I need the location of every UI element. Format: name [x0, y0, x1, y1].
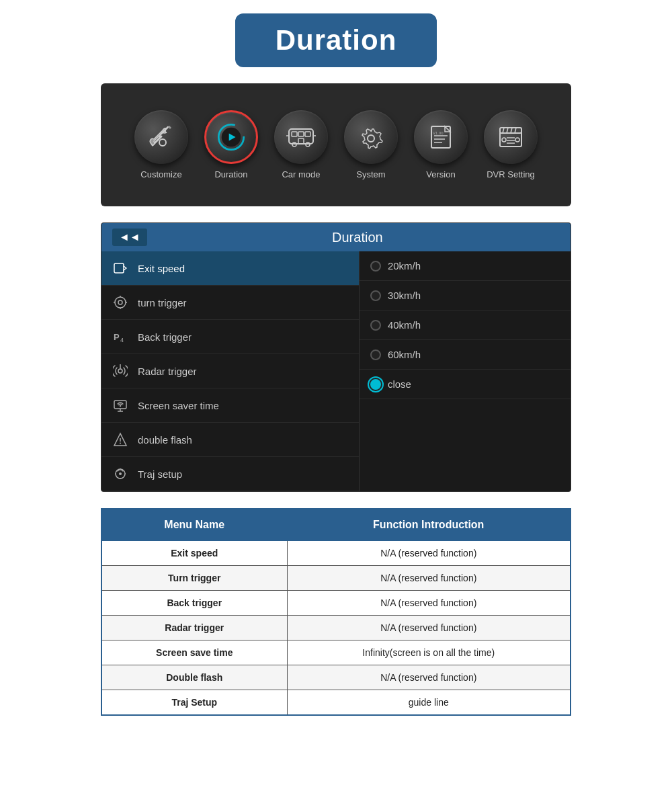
menu-item-dvr[interactable]: DVR Setting [484, 110, 538, 179]
double-flash-label: double flash [138, 434, 192, 446]
version-icon: V1.00 [426, 122, 456, 152]
system-label: System [356, 169, 385, 179]
table-cell-function: Infinity(screen is on all the time) [287, 640, 571, 665]
menu-item-customize[interactable]: Customize [134, 110, 188, 179]
reference-table-container: Menu Name Function Introduction Exit spe… [101, 508, 571, 716]
back-trigger-icon: P 4 [112, 329, 128, 345]
radio-close[interactable] [370, 379, 381, 390]
svg-rect-19 [500, 132, 521, 147]
duration-icon [216, 122, 246, 152]
system-icon [356, 122, 386, 152]
svg-point-13 [368, 135, 374, 142]
option-30kmh-label: 30km/h [388, 290, 421, 301]
svg-point-49 [119, 472, 122, 475]
back-trigger-label: Back trigger [138, 331, 192, 343]
page-title: Duration [276, 24, 397, 56]
options-list: 20km/h 30km/h 40km/h 60km/h close [360, 251, 571, 491]
dvr-icon-circle[interactable] [484, 110, 538, 164]
option-20kmh[interactable]: 20km/h [360, 251, 571, 281]
svg-point-31 [115, 297, 126, 308]
turn-trigger-icon [112, 294, 128, 310]
page-title-badge: Duration [235, 13, 437, 67]
table-row: Turn trigger N/A (reserved function) [101, 566, 571, 591]
table-row: Screen save time Infinity(screen is on a… [101, 640, 571, 665]
menu-item-double-flash[interactable]: double flash [101, 423, 359, 457]
svg-rect-7 [305, 132, 310, 136]
radar-trigger-icon [112, 363, 128, 379]
svg-text:V1.00: V1.00 [433, 131, 444, 135]
svg-point-47 [120, 443, 121, 444]
menu-item-radar-trigger[interactable]: Radar trigger [101, 354, 359, 388]
carmode-icon-circle[interactable] [274, 110, 328, 164]
option-60kmh-label: 60km/h [388, 349, 421, 360]
svg-rect-41 [114, 401, 126, 409]
table-header-function: Function Introduction [287, 509, 571, 541]
option-20kmh-label: 20km/h [388, 260, 421, 272]
table-cell-function: N/A (reserved function) [287, 541, 571, 566]
carmode-label: Car mode [282, 169, 320, 179]
menu-item-carmode[interactable]: Car mode [274, 110, 328, 179]
radio-20kmh[interactable] [370, 261, 381, 272]
table-row: Back trigger N/A (reserved function) [101, 591, 571, 616]
table-cell-menu: Screen save time [101, 640, 287, 665]
reference-table: Menu Name Function Introduction Exit spe… [101, 508, 571, 716]
table-row: Radar trigger N/A (reserved function) [101, 616, 571, 640]
version-label: Version [426, 169, 455, 179]
option-40kmh[interactable]: 40km/h [360, 310, 571, 340]
dvr-icon [496, 122, 526, 152]
table-cell-function: N/A (reserved function) [287, 665, 571, 690]
settings-menu-list: Exit speed turn trigger [101, 251, 360, 491]
turn-trigger-label: turn trigger [138, 297, 187, 308]
svg-rect-30 [114, 263, 124, 273]
svg-rect-8 [298, 138, 304, 144]
exit-speed-label: Exit speed [138, 263, 185, 274]
table-cell-function: N/A (reserved function) [287, 616, 571, 640]
menu-item-turn-trigger[interactable]: turn trigger [101, 286, 359, 320]
double-flash-icon [112, 431, 128, 448]
menu-item-version[interactable]: V1.00 Version [414, 110, 468, 179]
option-30kmh[interactable]: 30km/h [360, 281, 571, 310]
dvr-label: DVR Setting [487, 169, 535, 179]
customize-icon-circle[interactable] [134, 110, 188, 164]
traj-setup-label: Traj setup [138, 468, 182, 480]
exit-speed-icon [112, 260, 128, 276]
back-button[interactable]: ◄◄ [112, 229, 147, 246]
option-60kmh[interactable]: 60km/h [360, 340, 571, 370]
menu-item-screen-saver[interactable]: Screen saver time [101, 388, 359, 423]
option-close[interactable]: close [360, 370, 571, 399]
menu-item-back-trigger[interactable]: P 4 Back trigger [101, 320, 359, 354]
radio-40kmh[interactable] [370, 320, 381, 331]
screen-saver-icon [112, 397, 128, 413]
table-cell-menu: Traj Setup [101, 690, 287, 716]
duration-label: Duration [214, 169, 247, 179]
option-40kmh-label: 40km/h [388, 319, 421, 331]
radio-60kmh[interactable] [370, 349, 381, 360]
table-row: Exit speed N/A (reserved function) [101, 541, 571, 566]
customize-label: Customize [140, 169, 181, 179]
customize-icon [146, 122, 176, 152]
table-cell-menu: Exit speed [101, 541, 287, 566]
settings-panel-title: Duration [155, 230, 560, 245]
radio-30kmh[interactable] [370, 290, 381, 301]
svg-text:P: P [114, 332, 120, 342]
system-icon-circle[interactable] [344, 110, 398, 164]
version-icon-circle[interactable]: V1.00 [414, 110, 468, 164]
carmode-icon [286, 122, 316, 152]
table-cell-menu: Double flash [101, 665, 287, 690]
settings-body: Exit speed turn trigger [101, 251, 571, 491]
menu-item-system[interactable]: System [344, 110, 398, 179]
settings-header: ◄◄ Duration [101, 223, 571, 251]
duration-icon-circle[interactable] [204, 110, 258, 164]
menu-item-exit-speed[interactable]: Exit speed [101, 251, 359, 286]
radar-trigger-label: Radar trigger [138, 366, 197, 377]
menu-item-duration[interactable]: Duration [204, 110, 258, 179]
table-cell-function: N/A (reserved function) [287, 566, 571, 591]
icon-menu-panel: Customize Duration [101, 83, 571, 206]
table-header-menu: Menu Name [101, 509, 287, 541]
table-cell-function: N/A (reserved function) [287, 591, 571, 616]
settings-panel: ◄◄ Duration Exit speed [101, 222, 571, 492]
svg-rect-6 [298, 132, 304, 136]
table-cell-menu: Radar trigger [101, 616, 287, 640]
svg-point-44 [120, 405, 121, 407]
menu-item-traj-setup[interactable]: Traj setup [101, 457, 359, 491]
